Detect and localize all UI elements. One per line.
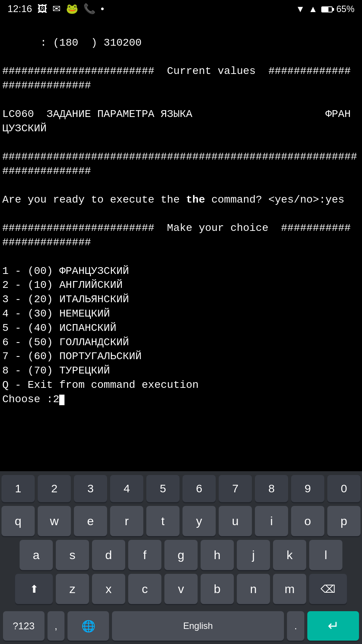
signal-icon: ▲	[308, 4, 318, 14]
sym-key[interactable]: ?123	[3, 611, 44, 641]
key-u[interactable]: u	[219, 506, 252, 536]
key-j[interactable]: j	[237, 540, 270, 570]
key-a[interactable]: a	[20, 540, 53, 570]
key-9[interactable]: 9	[291, 475, 324, 502]
battery-container	[321, 4, 333, 14]
time-display: 12:16	[8, 3, 32, 15]
battery-percent: 65%	[336, 4, 354, 14]
dot-icon: •	[101, 3, 104, 15]
key-f[interactable]: f	[128, 540, 161, 570]
key-b[interactable]: b	[201, 574, 234, 604]
key-d[interactable]: d	[92, 540, 125, 570]
key-i[interactable]: i	[255, 506, 288, 536]
num-row: 1 2 3 4 5 6 7 8 9 0	[2, 475, 360, 502]
key-3[interactable]: 3	[74, 475, 107, 502]
asdf-row: a s d f g h j k l	[2, 540, 360, 570]
status-right: ▼ ▲ 65%	[296, 4, 354, 14]
terminal-output: : (180 ) 310200 ########################…	[0, 18, 362, 471]
bottom-bar: ?123 , 🌐 English . ↵	[0, 608, 362, 644]
key-7[interactable]: 7	[219, 475, 252, 502]
key-k[interactable]: k	[273, 540, 306, 570]
key-s[interactable]: s	[56, 540, 89, 570]
key-v[interactable]: v	[164, 574, 198, 604]
backspace-key[interactable]: ⌫	[309, 574, 347, 604]
text-cursor	[59, 395, 64, 405]
space-key[interactable]: English	[112, 611, 284, 641]
status-left: 12:16 🖼 ✉ 🐸 📞 •	[8, 3, 104, 15]
key-q[interactable]: q	[2, 506, 35, 536]
key-r[interactable]: r	[110, 506, 143, 536]
comma-key[interactable]: ,	[48, 611, 65, 641]
key-y[interactable]: y	[183, 506, 216, 536]
chat-icon: 🐸	[66, 3, 78, 15]
key-o[interactable]: o	[291, 506, 324, 536]
terminal-line-2: ######################## Current values …	[2, 65, 357, 405]
phone-icon: 📞	[83, 3, 95, 15]
key-4[interactable]: 4	[110, 475, 143, 502]
key-t[interactable]: t	[146, 506, 179, 536]
key-w[interactable]: w	[38, 506, 71, 536]
key-p[interactable]: p	[327, 506, 360, 536]
key-5[interactable]: 5	[146, 475, 179, 502]
status-bar: 12:16 🖼 ✉ 🐸 📞 • ▼ ▲ 65%	[0, 0, 362, 18]
key-2[interactable]: 2	[38, 475, 71, 502]
key-n[interactable]: n	[237, 574, 270, 604]
key-c[interactable]: c	[128, 574, 161, 604]
key-h[interactable]: h	[201, 540, 234, 570]
keyboard[interactable]: 1 2 3 4 5 6 7 8 9 0 q w e r t y u i o p …	[0, 471, 362, 608]
key-e[interactable]: e	[74, 506, 107, 536]
mail-icon: ✉	[52, 3, 61, 15]
key-8[interactable]: 8	[255, 475, 288, 502]
key-x[interactable]: x	[92, 574, 125, 604]
key-z[interactable]: z	[56, 574, 89, 604]
key-m[interactable]: m	[273, 574, 306, 604]
zxcv-row: ⬆ z x c v b n m ⌫	[2, 574, 360, 604]
key-g[interactable]: g	[164, 540, 198, 570]
terminal-line-1: : (180 ) 310200	[2, 37, 142, 49]
key-l[interactable]: l	[309, 540, 342, 570]
qwerty-row: q w e r t y u i o p	[2, 506, 360, 536]
gallery-icon: 🖼	[37, 3, 47, 15]
globe-key[interactable]: 🌐	[67, 611, 109, 641]
key-6[interactable]: 6	[183, 475, 216, 502]
wifi-icon: ▼	[296, 4, 305, 14]
key-1[interactable]: 1	[2, 475, 35, 502]
enter-key[interactable]: ↵	[307, 611, 359, 641]
period-key[interactable]: .	[287, 611, 304, 641]
shift-key[interactable]: ⬆	[15, 574, 53, 604]
key-0[interactable]: 0	[327, 475, 360, 502]
